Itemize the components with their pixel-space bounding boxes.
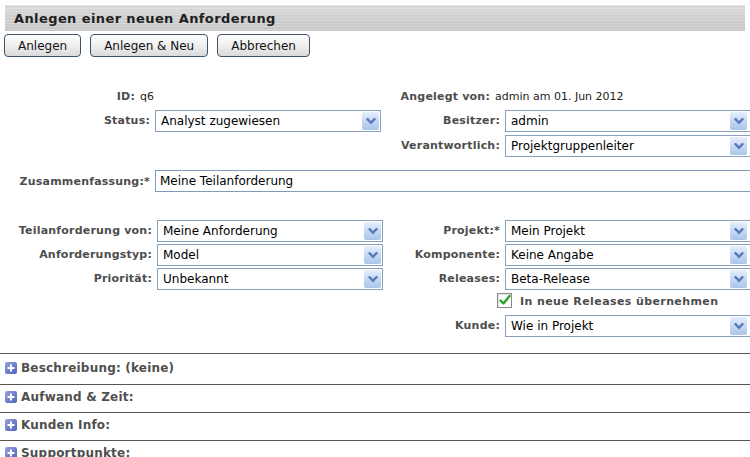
chevron-down-icon <box>730 137 747 155</box>
id-value: q6 <box>140 90 154 106</box>
section-supportpunkte[interactable]: Supportpunkte: <box>0 445 750 457</box>
checkmark-icon <box>498 293 512 307</box>
anforderungstyp-label: Anforderungstyp: <box>0 248 152 264</box>
status-label: Status: <box>0 114 150 130</box>
expand-plus-icon[interactable] <box>5 391 17 403</box>
projekt-label: Projekt:* <box>350 224 500 240</box>
status-select[interactable]: Analyst zugewiesen <box>155 110 381 132</box>
section-divider <box>0 353 750 354</box>
komponente-label: Komponente: <box>350 248 500 264</box>
verantwortlich-select-value: Projektgruppenleiter <box>511 139 729 153</box>
section-kunden-info-label: Kunden Info: <box>21 418 110 432</box>
id-label: ID: <box>0 90 135 106</box>
verantwortlich-label: Verantwortlich: <box>350 139 500 155</box>
komponente-select[interactable]: Keine Angabe <box>505 244 750 266</box>
section-beschreibung[interactable]: Beschreibung: (keine) <box>0 360 750 380</box>
zusammenfassung-input[interactable] <box>155 170 750 192</box>
section-supportpunkte-label: Supportpunkte: <box>21 446 130 457</box>
kunde-label: Kunde: <box>350 319 500 335</box>
section-beschreibung-label: Beschreibung: (keine) <box>21 361 174 375</box>
chevron-down-icon <box>730 246 747 264</box>
kunde-select-value: Wie in Projekt <box>511 319 729 333</box>
angelegt-von-value: admin am 01. Jun 2012 <box>495 90 624 106</box>
chevron-down-icon <box>730 270 747 288</box>
section-aufwand-zeit[interactable]: Aufwand & Zeit: <box>0 389 750 409</box>
releases-checkbox-label: In neue Releases übernehmen <box>520 295 718 308</box>
section-divider <box>0 440 750 441</box>
abbrechen-button[interactable]: Abbrechen <box>217 34 310 57</box>
chevron-down-icon <box>730 112 747 130</box>
create-requirement-page: Anlegen einer neuen Anforderung Anlegen … <box>0 0 750 457</box>
anlegen-und-neu-button[interactable]: Anlegen & Neu <box>90 34 208 57</box>
anforderungstyp-select-value: Model <box>163 248 360 262</box>
expand-plus-icon[interactable] <box>5 419 17 431</box>
section-kunden-info[interactable]: Kunden Info: <box>0 417 750 437</box>
verantwortlich-select[interactable]: Projektgruppenleiter <box>505 135 750 157</box>
page-title: Anlegen einer neuen Anforderung <box>14 11 276 26</box>
zusammenfassung-label: Zusammenfassung:* <box>0 175 150 191</box>
expand-plus-icon[interactable] <box>5 362 17 374</box>
teilanforderung-von-select-value: Meine Anforderung <box>163 224 360 238</box>
teilanforderung-von-label: Teilanforderung von: <box>0 224 152 240</box>
page-header-bar: Anlegen einer neuen Anforderung <box>5 5 745 31</box>
releases-label: Releases: <box>350 272 500 288</box>
besitzer-select-value: admin <box>511 114 729 128</box>
releases-select-value: Beta-Release <box>511 272 729 286</box>
besitzer-select[interactable]: admin <box>505 110 750 132</box>
chevron-down-icon <box>730 317 747 335</box>
angelegt-von-label: Angelegt von: <box>340 90 490 106</box>
kunde-select[interactable]: Wie in Projekt <box>505 315 750 337</box>
status-select-value: Analyst zugewiesen <box>161 114 358 128</box>
expand-plus-icon[interactable] <box>5 447 17 457</box>
anlegen-button[interactable]: Anlegen <box>4 34 81 57</box>
projekt-select-value: Mein Projekt <box>511 224 729 238</box>
prioritaet-select-value: Unbekannt <box>163 272 360 286</box>
komponente-select-value: Keine Angabe <box>511 248 729 262</box>
releases-checkbox[interactable] <box>497 293 512 308</box>
chevron-down-icon <box>730 222 747 240</box>
prioritaet-label: Priorität: <box>0 272 152 288</box>
section-divider <box>0 412 750 413</box>
besitzer-label: Besitzer: <box>350 114 500 130</box>
section-aufwand-zeit-label: Aufwand & Zeit: <box>21 390 134 404</box>
section-divider <box>0 384 750 385</box>
releases-select[interactable]: Beta-Release <box>505 268 750 290</box>
toolbar: Anlegen Anlegen & Neu Abbrechen <box>4 34 310 57</box>
projekt-select[interactable]: Mein Projekt <box>505 220 750 242</box>
